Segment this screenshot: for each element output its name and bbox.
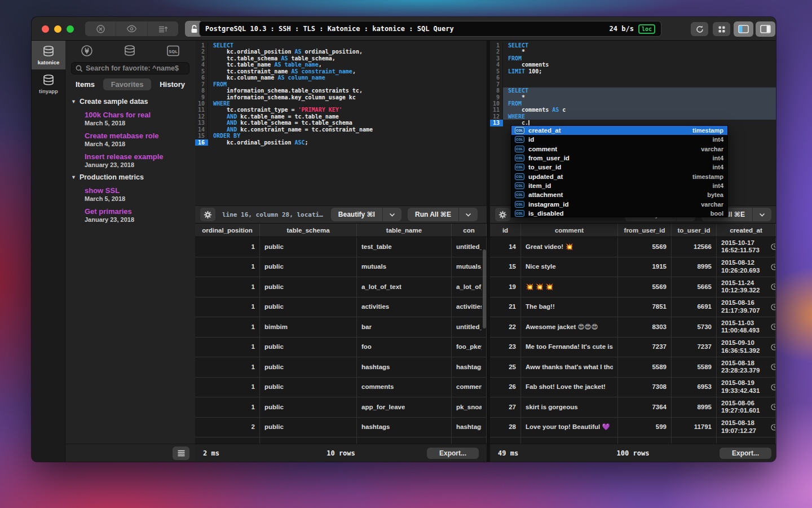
database-structure-icon[interactable] [123,45,136,57]
table-row[interactable]: 25Aww thanks that's what I thought to lo… [490,357,776,378]
autocomplete-item-is_disabled[interactable]: COLis_disabledbool [511,209,727,218]
export-button[interactable]: Export... [427,448,479,459]
table-row[interactable]: 1publicapp_for_leavepk_snoa [195,397,487,418]
column-header-id[interactable]: id [490,224,521,237]
line-number: 3 [490,55,503,62]
editor-settings-button[interactable] [495,208,510,221]
favorite-item[interactable]: Create metabase roleMarch 4, 2018 [65,129,195,150]
autocomplete-item-to_user_id[interactable]: COLto_user_idint4 [511,163,727,172]
column-header-table_name[interactable]: table_name [357,224,452,237]
table-row[interactable]: 28Love your top! Beautiful 💜599117912015… [490,418,776,438]
connection-plug-icon[interactable] [81,45,93,57]
table-row[interactable]: 1publica_lot_of_texta_lot_of_t [195,277,487,297]
sidebar-menu-button[interactable] [173,446,189,460]
column-header-con[interactable]: con [452,224,487,237]
table-row[interactable]: 27skirt is gorgeous736489952015-08-06 19… [490,397,776,418]
commit-log-button[interactable] [148,21,178,36]
code-line: 2 * [490,49,776,55]
column-header-from_user_id[interactable]: from_user_id [618,224,672,237]
disclosure-triangle-icon[interactable]: ▼ [71,99,76,104]
minimize-window-button[interactable] [54,25,61,33]
left-sql-editor[interactable]: 1SELECT2 kc.ordinal_position AS ordinal_… [195,41,487,205]
column-header-table_schema[interactable]: table_schema [260,224,357,237]
connection-item-katonice[interactable]: katonice [32,41,65,69]
cell-value: 1 [251,283,255,291]
favorites-group[interactable]: ▼Create sample datas [65,95,195,108]
beautify-label[interactable]: Beautify ⌘I [331,208,383,221]
refresh-button[interactable] [691,22,708,36]
editor-settings-button[interactable] [200,208,215,221]
disclosure-triangle-icon[interactable]: ▼ [71,174,76,180]
table-row[interactable]: 1publicactivitiesactivities_ [195,297,487,318]
table-row[interactable]: 1publichashtagshashtags_ [195,357,487,378]
run-dropdown[interactable] [459,208,478,221]
table-row[interactable]: 2publichashtagshashtags_ [195,418,487,438]
column-header-created_at[interactable]: created_at [717,224,776,237]
clock-icon[interactable] [771,304,776,310]
clock-icon[interactable] [771,344,776,351]
export-button[interactable]: Export... [720,448,771,459]
toggle-right-panel-button[interactable] [756,21,775,37]
code-line: 4 comments [490,62,776,68]
connection-item-tinyapp[interactable]: tinyapp [32,69,65,98]
autocomplete-item-updated_at[interactable]: COLupdated_attimestamp [511,172,727,181]
favorite-search-input[interactable]: Search for favorite: ^name$ [71,62,189,75]
clock-icon[interactable] [771,243,776,250]
clock-icon[interactable] [771,283,776,290]
table-row[interactable] [195,437,487,444]
run-dropdown[interactable] [753,208,771,221]
autocomplete-item-comment[interactable]: COLcommentvarchar [511,144,727,154]
table-row[interactable]: 14Great video! 💥5569125662015-10-17 16:5… [490,237,776,257]
favorite-item[interactable]: 100k Chars for realMarch 5, 2018 [65,108,195,129]
table-scrollbar[interactable] [483,249,486,329]
column-header-ordinal_position[interactable]: ordinal_position [195,224,260,237]
table-row[interactable]: 1publicmutualsmutuals_ [195,257,487,278]
autocomplete-item-created_at[interactable]: COLcreated_attimestamp [511,126,727,135]
table-cell: 8995 [672,257,717,277]
open-items-grid-button[interactable] [713,22,730,36]
tab-favorites[interactable]: Favorites [103,78,152,90]
table-row[interactable]: 21The bag!!785166912015-08-16 21:17:39.7… [490,297,776,318]
autocomplete-item-from_user_id[interactable]: COLfrom_user_idint4 [511,154,727,163]
clock-icon[interactable] [771,323,776,330]
clock-icon[interactable] [771,264,776,270]
table-row[interactable]: 2015-11-0 [490,437,776,444]
table-row[interactable]: 26Fab shot! Love the jacket!730869532015… [490,378,776,398]
cell-value: app_for_leave [361,404,405,411]
clock-icon[interactable] [771,364,776,370]
close-window-button[interactable] [42,25,49,33]
clock-icon[interactable] [771,384,776,391]
autocomplete-item-instagram_id[interactable]: COLinstagram_idvarchar [511,199,727,208]
tab-items[interactable]: Items [76,80,95,89]
favorites-group[interactable]: ▼Production metrics [65,170,195,183]
tab-history[interactable]: History [160,80,185,89]
table-row[interactable]: 1bimbimbaruntitled_t [195,317,487,338]
table-row[interactable]: 19💥 💥 💥556956652015-11-24 10:12:39.322 [490,277,776,297]
close-connection-button[interactable] [85,21,116,36]
table-cell: 1 [195,317,260,337]
clock-icon[interactable] [771,424,776,431]
clock-icon[interactable] [771,404,776,410]
table-row[interactable]: 1publictest_tableuntitled_t [195,237,487,257]
table-row[interactable]: 22Awesome jacket 😍😍😍830357302015-11-03 1… [490,317,776,338]
autocomplete-item-item_id[interactable]: COLitem_idint4 [511,181,727,190]
zoom-window-button[interactable] [67,25,74,33]
beautify-dropdown[interactable] [383,208,401,221]
connections-strip: katonicetinyapp [32,41,65,462]
table-row[interactable]: 1publicfoofoo_pkey [195,338,487,358]
line-number: 15 [195,133,208,139]
autocomplete-item-attachment[interactable]: COLattachmentbytea [511,190,727,199]
table-row[interactable]: 15Nice style191589952015-08-12 10:26:20.… [490,257,776,278]
table-row[interactable]: 23Me too Fernanda! It's cute isn't it 😊😋… [490,338,776,358]
favorite-item[interactable]: Insert release exampleJanuary 23, 2018 [65,150,195,170]
preview-button[interactable] [116,21,147,36]
autocomplete-item-id[interactable]: COLidint4 [511,135,727,144]
column-header-comment[interactable]: comment [521,224,618,237]
toggle-left-panel-button[interactable] [734,21,753,37]
column-header-to_user_id[interactable]: to_user_id [672,224,717,237]
table-row[interactable]: 1publiccommentscomment [195,378,487,398]
run-all-label[interactable]: Run All ⌘E [408,208,459,221]
favorite-item[interactable]: show SSLMarch 5, 2018 [65,183,195,204]
sql-query-icon[interactable]: SQL [166,45,180,56]
favorite-item[interactable]: Get primariesJanuary 23, 2018 [65,204,195,225]
